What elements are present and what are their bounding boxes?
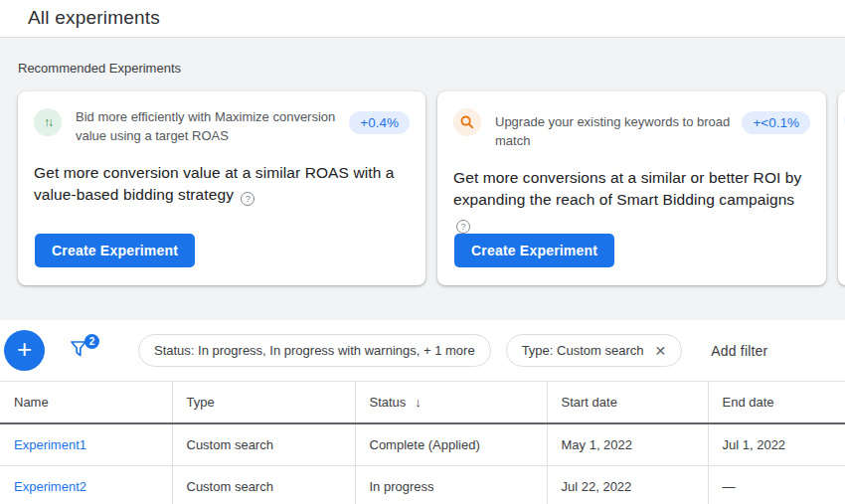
recommendation-title: Upgrade your existing keywords to broad … [495,113,730,151]
table-header-row: Name Type Status↓ Start date End date [0,382,845,424]
sort-descending-icon: ↓ [415,395,422,410]
add-experiment-button[interactable]: + [4,330,45,371]
recommendation-card-target-roas: ↑↓ Bid more efficiently with Maximize co… [18,91,425,285]
recommendation-title: Bid more efficiently with Maximize conve… [76,108,337,146]
help-icon[interactable]: ? [456,220,470,234]
column-header-end-date[interactable]: End date [708,382,845,424]
card-top-row: ↑↓ Bid more efficiently with Maximize co… [34,106,410,146]
help-icon[interactable]: ? [241,192,254,206]
column-header-name[interactable]: Name [0,382,172,424]
start-date-cell: May 1, 2022 [547,423,708,466]
filter-count-badge: 2 [84,334,99,349]
type-cell: Custom search [172,423,355,466]
create-experiment-button[interactable]: Create Experiment [35,234,195,267]
page-title: All experiments [28,7,845,29]
search-icon [453,108,481,136]
recommendation-headline: Get more conversions at a similar or bet… [453,167,810,234]
end-date-cell: Jul 1, 2022 [708,423,845,466]
recommendation-cards-row: ↑↓ Bid more efficiently with Maximize co… [18,91,845,285]
status-cell: In progress [355,466,547,504]
table-row: Experiment2 Custom search In progress Ju… [0,466,845,504]
recommended-experiments-section: Recommended Experiments ↑↓ Bid more effi… [0,37,845,320]
experiment-link[interactable]: Experiment2 [0,466,172,504]
filter-funnel-button[interactable]: 2 [69,337,92,365]
recommendation-card-broad-match: Upgrade your existing keywords to broad … [437,91,826,285]
filter-chips: Status: In progress, In progress with wa… [138,334,682,367]
card-top-row: Upgrade your existing keywords to broad … [453,106,810,151]
close-icon[interactable]: ✕ [654,344,666,358]
filter-bar: + 2 Status: In progress, In progress wit… [0,320,845,381]
page-header: All experiments [0,0,845,37]
experiment-link[interactable]: Experiment1 [0,423,172,466]
table-row: Experiment1 Custom search Complete (Appl… [0,423,845,466]
recommendation-card-partial [838,91,845,285]
column-header-type[interactable]: Type [172,382,355,424]
plus-icon: + [17,336,32,362]
chip-label: Type: Custom search [522,343,644,358]
recommended-experiments-label: Recommended Experiments [18,61,845,76]
create-experiment-button[interactable]: Create Experiment [454,234,614,267]
end-date-cell: — [708,466,845,504]
recommendation-headline: Get more conversion value at a similar R… [34,162,410,207]
column-header-status[interactable]: Status↓ [355,382,547,424]
filter-chip-type[interactable]: Type: Custom search ✕ [506,334,683,367]
uplift-badge: +<0.1% [742,111,810,134]
uplift-badge: +0.4% [349,111,410,134]
filter-chip-status[interactable]: Status: In progress, In progress with wa… [138,334,491,367]
add-filter-button[interactable]: Add filter [711,343,767,359]
start-date-cell: Jul 22, 2022 [547,466,708,504]
status-cell: Complete (Applied) [355,423,547,466]
type-cell: Custom search [172,466,355,504]
chip-label: Status: In progress, In progress with wa… [154,343,475,358]
experiments-table: Name Type Status↓ Start date End date Ex… [0,381,845,504]
column-header-start-date[interactable]: Start date [547,382,708,424]
arrows-up-down-icon: ↑↓ [34,108,62,136]
